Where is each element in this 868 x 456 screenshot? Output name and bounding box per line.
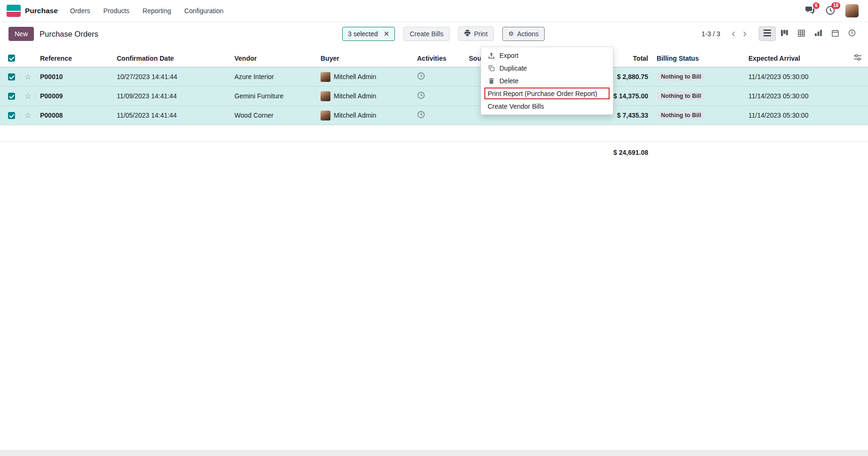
menu-item-label: Create Vendor Bills — [488, 103, 544, 110]
reference-cell: P00010 — [36, 67, 113, 86]
bottom-window-edge — [0, 450, 868, 456]
app-name[interactable]: Purchase — [25, 7, 58, 15]
pivot-view-button[interactable] — [793, 26, 810, 41]
row-star-cell: ☆ — [20, 87, 36, 105]
actions-button[interactable]: ⚙ Actions — [502, 27, 545, 41]
graph-view-button[interactable] — [810, 26, 827, 41]
print-button[interactable]: Print — [458, 26, 494, 41]
favorite-star-icon[interactable]: ☆ — [24, 91, 31, 101]
control-panel: New Purchase Orders 3 selected ✕ Create … — [0, 22, 868, 47]
main-menu: Orders Products Reporting Configuration — [70, 7, 224, 15]
activities-button[interactable]: 18 — [825, 5, 836, 16]
create-bills-button[interactable]: Create Bills — [403, 27, 450, 41]
row-checkbox[interactable] — [8, 112, 15, 119]
billing-status-cell: Nothing to Bill — [652, 106, 744, 125]
menu-item-label: Duplicate — [499, 64, 527, 72]
view-switcher — [759, 26, 860, 41]
menu-item-print-report[interactable]: Print Report (Purchase Order Report) — [484, 88, 610, 99]
row-star-cell: ☆ — [20, 106, 36, 125]
graph-view-icon — [815, 30, 822, 38]
calendar-view-button[interactable] — [827, 26, 844, 41]
buyer-cell: Mitchell Admin — [316, 67, 413, 86]
menu-item-export[interactable]: Export — [481, 49, 613, 62]
menu-orders[interactable]: Orders — [70, 7, 90, 15]
column-header-reference[interactable]: Reference — [36, 49, 113, 67]
pivot-view-icon — [798, 30, 805, 38]
create-bills-label: Create Bills — [410, 30, 443, 38]
user-avatar[interactable] — [845, 4, 859, 17]
table-row[interactable]: ☆ P00010 10/27/2023 14:41:44 Azure Inter… — [0, 67, 868, 87]
chevron-right-icon: › — [743, 27, 747, 40]
buyer-name: Mitchell Admin — [334, 92, 376, 100]
actions-label: Actions — [517, 30, 538, 38]
column-header-expected-arrival[interactable]: Expected Arrival — [744, 49, 848, 67]
top-navbar: Purchase Orders Products Reporting Confi… — [0, 0, 868, 22]
column-header-confirmation-date[interactable]: Confirmation Date — [113, 49, 230, 67]
activities-cell — [413, 106, 465, 125]
column-header-vendor[interactable]: Vendor — [230, 49, 316, 67]
delete-icon — [488, 78, 495, 84]
billing-status-cell: Nothing to Bill — [652, 67, 744, 86]
menu-item-label: Export — [499, 52, 518, 59]
confirmation-date-cell: 11/05/2023 14:41:44 — [113, 106, 230, 125]
activity-clock-icon[interactable] — [417, 111, 425, 120]
actions-dropdown-menu: Export Duplicate Delete Print Report (Pu… — [481, 47, 613, 115]
column-header-activities[interactable]: Activities — [413, 49, 465, 67]
buyer-cell: Mitchell Admin — [316, 87, 413, 105]
menu-reporting[interactable]: Reporting — [143, 7, 171, 15]
kanban-view-button[interactable] — [776, 26, 793, 41]
menu-item-delete[interactable]: Delete — [481, 74, 613, 87]
activity-view-button[interactable] — [844, 26, 860, 41]
clear-selection-button[interactable]: ✕ — [384, 30, 390, 37]
logo-teal-bar — [7, 5, 21, 11]
pager[interactable]: 1-3 / 3 — [701, 30, 720, 38]
select-all-checkbox[interactable] — [8, 55, 15, 62]
new-button[interactable]: New — [8, 27, 34, 41]
messages-button[interactable]: 6 — [804, 5, 815, 16]
activity-clock-icon[interactable] — [417, 91, 425, 101]
pager-next-button[interactable]: › — [739, 27, 750, 41]
billing-status-cell: Nothing to Bill — [652, 87, 744, 105]
app-switcher[interactable]: Purchase — [7, 5, 58, 17]
activities-badge: 18 — [831, 2, 840, 9]
printer-icon — [464, 30, 471, 38]
column-header-buyer[interactable]: Buyer — [316, 49, 413, 67]
column-header-billing-status[interactable]: Billing Status — [652, 49, 744, 67]
activity-clock-icon[interactable] — [417, 72, 425, 81]
table-row[interactable]: ☆ P00008 11/05/2023 14:41:44 Wood Corner… — [0, 106, 868, 125]
activity-view-icon — [848, 29, 856, 38]
menu-configuration[interactable]: Configuration — [185, 7, 224, 15]
row-select-cell — [0, 106, 20, 125]
confirmation-date-cell: 10/27/2023 14:41:44 — [113, 67, 230, 86]
optional-columns-toggle-icon[interactable] — [854, 54, 861, 62]
selection-count-label: 3 selected — [348, 30, 378, 38]
gear-icon: ⚙ — [508, 30, 514, 37]
table-row[interactable]: ☆ P00009 11/09/2023 14:41:44 Gemini Furn… — [0, 87, 868, 106]
buyer-avatar — [321, 91, 330, 101]
kanban-view-icon — [781, 30, 788, 38]
favorite-star-icon[interactable]: ☆ — [24, 111, 31, 120]
row-end-cell — [848, 106, 868, 125]
row-select-cell — [0, 67, 20, 86]
messages-badge: 6 — [813, 2, 820, 9]
row-checkbox[interactable] — [8, 73, 15, 80]
pager-previous-button[interactable]: ‹ — [728, 27, 739, 41]
favorite-star-icon[interactable]: ☆ — [24, 72, 31, 82]
menu-item-create-vendor-bills[interactable]: Create Vendor Bills — [481, 100, 613, 112]
selection-indicator: 3 selected ✕ — [342, 27, 395, 41]
purchase-orders-list: Reference Confirmation Date Vendor Buyer… — [0, 49, 868, 163]
menu-products[interactable]: Products — [104, 7, 129, 15]
billing-status-badge: Nothing to Bill — [657, 111, 705, 120]
systray: 6 18 — [804, 4, 861, 17]
row-end-cell — [848, 87, 868, 105]
list-footer-row: $ 24,691.08 — [0, 142, 868, 163]
row-checkbox[interactable] — [8, 93, 15, 100]
purchase-app-logo-icon — [7, 5, 21, 17]
calendar-view-icon — [832, 30, 839, 38]
vendor-cell: Azure Interior — [230, 67, 316, 86]
list-view-button[interactable] — [759, 26, 776, 41]
menu-item-label: Delete — [499, 77, 518, 85]
menu-item-duplicate[interactable]: Duplicate — [481, 62, 613, 74]
buyer-avatar — [321, 111, 330, 120]
print-label: Print — [474, 30, 488, 38]
